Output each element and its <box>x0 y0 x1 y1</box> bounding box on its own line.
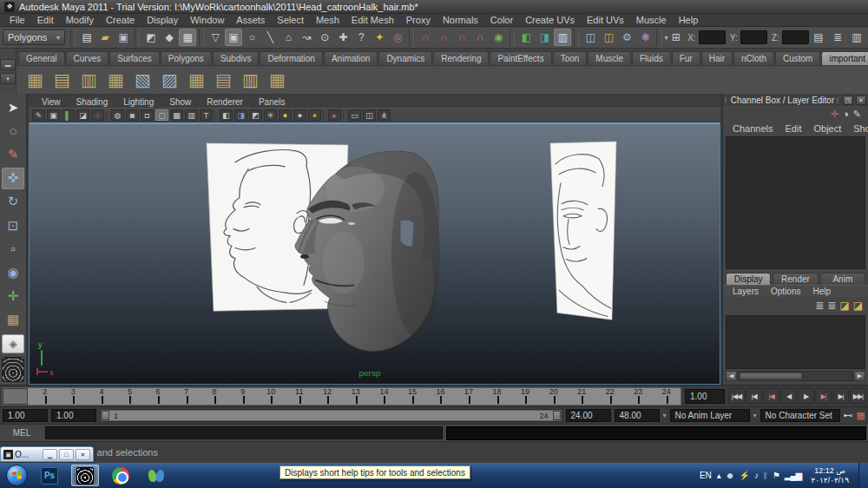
shelf-tab[interactable]: Rendering <box>433 51 489 65</box>
panel-grip[interactable] <box>837 97 840 103</box>
menu-item[interactable]: Muscle <box>630 14 673 27</box>
create-empty-layer-icon[interactable]: ◪ <box>839 300 849 312</box>
menu-item[interactable]: Modify <box>60 14 100 27</box>
save-scene-icon[interactable]: ▣ <box>115 29 132 46</box>
shelf-poly-tool-1-icon[interactable]: ▦ <box>23 69 47 92</box>
wireframe-mode-icon[interactable]: ◍ <box>111 109 124 121</box>
snap-to-grid-icon[interactable]: ∩ <box>417 29 434 46</box>
playback-start-input[interactable]: 1.00 <box>51 409 96 422</box>
menu-set-selector[interactable]: Polygons ▾ <box>3 30 65 45</box>
select-by-name-icon[interactable]: ⊞ <box>669 29 684 46</box>
language-indicator[interactable]: EN <box>700 471 712 480</box>
select-curves-icon[interactable]: ○ <box>243 29 260 46</box>
perspective-view[interactable]: y x persp <box>29 122 720 385</box>
highlight-selection-icon[interactable]: ◎ <box>389 29 406 46</box>
last-tool-button[interactable]: ▦ <box>2 309 24 331</box>
menu-item[interactable]: File <box>3 14 31 27</box>
layer-editor-tab[interactable]: Display <box>726 273 771 285</box>
shelf-tab[interactable]: Dynamics <box>378 51 432 65</box>
shelf-tab[interactable]: Curves <box>66 51 109 65</box>
speed-state-icon[interactable]: ◑ <box>843 109 849 119</box>
play-forwards-button[interactable]: ▶ <box>798 388 814 404</box>
channel-box-menu-item[interactable]: Channels <box>727 123 779 134</box>
y-input[interactable] <box>740 30 767 44</box>
scrollbar-track[interactable] <box>738 371 853 381</box>
shelf-poly-tool-8-icon[interactable]: ▤ <box>212 69 235 92</box>
select-joints-icon[interactable]: ▣ <box>225 29 242 46</box>
mini-minimize-button[interactable]: ▁ <box>43 449 57 460</box>
menu-item[interactable]: Create UVs <box>519 14 581 27</box>
layer-editor-tab[interactable]: Render <box>773 273 818 285</box>
manipulator-display-icon[interactable]: ✛ <box>831 109 838 120</box>
menu-item[interactable]: Create <box>100 14 141 27</box>
light-selected-icon[interactable]: ● <box>308 109 321 121</box>
frame-cell[interactable]: 23 <box>624 388 653 405</box>
select-lines-icon[interactable]: ╲ <box>261 29 279 46</box>
shelf-tab[interactable]: Toon <box>553 51 588 65</box>
frame-cell[interactable]: 6 <box>144 388 173 405</box>
menu-item[interactable]: Edit Mesh <box>345 14 400 27</box>
status-group-divider[interactable] <box>574 29 579 47</box>
grease-pencil-icon[interactable]: ✎ <box>32 109 45 121</box>
output-mini-window[interactable]: ▣ O... ▁□✕ <box>0 446 94 462</box>
bounding-box-icon[interactable]: ▢ <box>155 109 168 121</box>
snap-to-plane-icon[interactable]: ∩ <box>471 29 489 46</box>
menu-item[interactable]: Display <box>141 14 184 27</box>
select-tool-button[interactable]: ➤ <box>2 96 24 118</box>
menu-item[interactable]: Normals <box>437 14 484 27</box>
default-material-icon[interactable]: ◧ <box>220 109 233 121</box>
flat-shade-icon[interactable]: ◘ <box>141 109 154 121</box>
layer-edit-alt-icon[interactable]: ≣ <box>827 300 836 312</box>
shelf-tab[interactable]: Hair <box>701 51 733 65</box>
panel-menu-item[interactable]: Show <box>161 97 199 107</box>
output-connections-icon[interactable]: ◨ <box>536 29 553 46</box>
frame-cell[interactable]: 9 <box>228 388 257 405</box>
shelf-tab[interactable]: Subdivs <box>213 51 260 65</box>
menu-item[interactable]: Edit <box>31 14 60 27</box>
toolbox-pattern-button[interactable] <box>2 357 24 382</box>
step-forward-frame-button[interactable]: ▶| <box>832 388 849 404</box>
frame-cell[interactable]: 24 <box>653 388 681 405</box>
panel-menu-item[interactable]: Shading <box>69 97 116 107</box>
menu-item[interactable]: Assets <box>230 14 271 27</box>
tray-messenger-icon[interactable]: ☻ <box>726 471 734 480</box>
show-desktop-button[interactable] <box>858 463 868 488</box>
create-layer-from-selected-icon[interactable]: ◪ <box>853 300 863 312</box>
range-bar[interactable]: 1 24 <box>109 411 553 420</box>
shelf-tab[interactable]: Fur <box>672 51 700 65</box>
animation-end-input[interactable]: 48.00 <box>615 409 660 422</box>
paint-select-tool-button[interactable]: ✎ <box>2 143 24 165</box>
scroll-right-icon[interactable]: ▶ <box>854 371 865 381</box>
tool-settings-toggle-icon[interactable]: ≣ <box>829 29 846 46</box>
command-line-label[interactable]: MEL <box>2 428 42 438</box>
camera-select-icon[interactable]: ▣ <box>47 109 60 121</box>
current-time-input[interactable]: 1.00 <box>685 389 725 404</box>
frame-cell[interactable]: 7 <box>172 388 201 405</box>
menu-item[interactable]: Window <box>184 14 230 27</box>
mini-close-button[interactable]: ✕ <box>76 449 90 460</box>
channel-box-menu-item[interactable]: Show <box>847 123 868 134</box>
z-input[interactable] <box>782 30 809 44</box>
new-scene-icon[interactable]: ▤ <box>78 29 95 46</box>
tray-volume-icon[interactable]: ♪ <box>754 471 758 480</box>
frame-cell[interactable]: 2 <box>31 388 60 405</box>
step-back-frame-button[interactable]: |◀ <box>746 388 762 404</box>
shelf-tab[interactable]: Deformation <box>260 51 322 65</box>
frame-cell[interactable]: 15 <box>398 388 427 405</box>
panel-menu-item[interactable]: Lighting <box>115 97 161 107</box>
menu-item[interactable]: Color <box>484 14 519 27</box>
playback-end-input[interactable]: 24.00 <box>566 409 611 422</box>
channel-box-menu-item[interactable]: Object <box>807 123 847 134</box>
tray-bluetooth-icon[interactable]: ᛒ <box>763 471 767 480</box>
toolbar-divider[interactable] <box>343 110 346 121</box>
select-dynamics-icon[interactable]: ⊙ <box>316 29 333 46</box>
status-group-divider[interactable] <box>510 29 515 47</box>
frame-cell[interactable]: 16 <box>426 388 455 405</box>
bookmark-icon[interactable]: ▌ <box>62 109 75 121</box>
layer-list[interactable] <box>726 315 865 369</box>
select-deformations-icon[interactable]: ↝ <box>298 29 315 46</box>
scroll-left-icon[interactable]: ◀ <box>726 371 737 381</box>
texture-view-icon[interactable]: T <box>200 109 213 121</box>
shelf-switch-button[interactable]: ▾ <box>0 73 16 84</box>
shelf-tab[interactable]: Surfaces <box>109 51 159 65</box>
